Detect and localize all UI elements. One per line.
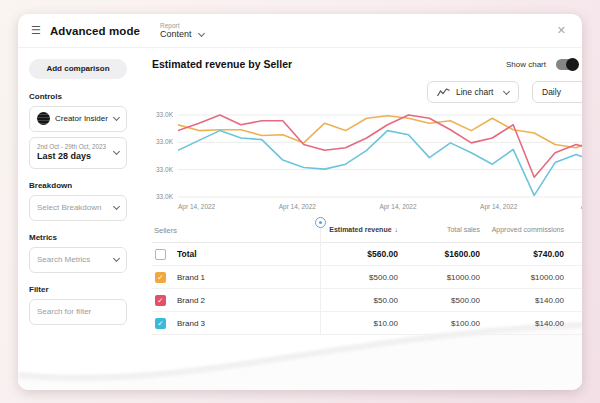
chart-type-value: Line chart bbox=[456, 87, 493, 97]
row-label: Total bbox=[177, 249, 197, 259]
granularity-value: Daily bbox=[542, 87, 561, 97]
column-header-sellers[interactable]: Sellers bbox=[152, 226, 320, 235]
filter-input[interactable]: Search for filter bbox=[29, 299, 127, 325]
y-axis: 33.0K 33.0K 33.0K 33.0K bbox=[152, 107, 178, 203]
sellers-table: Sellers Estimated revenue ↓ Total sales … bbox=[152, 219, 582, 335]
table-header-row: Sellers Estimated revenue ↓ Total sales … bbox=[152, 219, 582, 243]
cell-value: $140.00 bbox=[486, 319, 570, 328]
sort-descending-icon: ↓ bbox=[395, 226, 399, 233]
x-axis: Apr 14, 2022 Apr 14, 2022 Apr 14, 2022 A… bbox=[178, 203, 582, 210]
table-row: ✓ Brand 1 $500.00 $1000.00 $1000.00 bbox=[152, 266, 582, 289]
report-selector[interactable]: Report Content bbox=[160, 22, 204, 39]
cell-value: $10.00 bbox=[320, 319, 404, 328]
chart-type-selector[interactable]: Line chart bbox=[427, 81, 519, 103]
cell-value: $50.00 bbox=[320, 296, 404, 305]
chevron-down-icon bbox=[113, 255, 120, 262]
date-range-value: Last 28 days bbox=[37, 151, 106, 162]
y-axis-label: 33.0K bbox=[156, 193, 173, 200]
cell-value: $140.00 bbox=[486, 296, 570, 305]
revenue-line-chart: 33.0K 33.0K 33.0K 33.0K bbox=[152, 107, 582, 203]
chevron-down-icon bbox=[503, 87, 510, 94]
show-chart-toggle[interactable] bbox=[556, 59, 578, 70]
page-title: Advanced mode bbox=[50, 25, 140, 37]
total-total-sales: $1600.00 bbox=[404, 249, 486, 259]
cell-value: $1000.00 bbox=[404, 273, 486, 282]
panel-header: ☰ Advanced mode Report Content ✕ bbox=[18, 14, 582, 48]
column-resize-icon[interactable] bbox=[315, 217, 326, 228]
account-selector[interactable]: Creator Insider bbox=[29, 106, 127, 132]
cell-value: $100.00 bbox=[404, 319, 486, 328]
advanced-mode-panel: ☰ Advanced mode Report Content ✕ Add com… bbox=[18, 14, 582, 390]
report-value: Content bbox=[160, 29, 192, 39]
chevron-down-icon bbox=[113, 148, 120, 155]
filter-section-label: Filter bbox=[29, 285, 127, 294]
filter-placeholder: Search for filter bbox=[37, 307, 91, 316]
brand2-checkbox[interactable]: ✓ bbox=[155, 295, 166, 306]
cell-value: $1000.00 bbox=[486, 273, 570, 282]
section-title: Estimated revenue by Seller bbox=[152, 58, 292, 70]
toggle-knob bbox=[566, 58, 579, 71]
line-chart-icon bbox=[437, 88, 450, 97]
y-axis-label: 33.0K bbox=[156, 111, 173, 118]
panel-body: Add comparison Controls Creator Insider … bbox=[18, 48, 582, 390]
breakdown-placeholder: Select Breakdown bbox=[37, 203, 101, 212]
metrics-section-label: Metrics bbox=[29, 233, 127, 242]
y-axis-label: 33.0K bbox=[156, 138, 173, 145]
add-comparison-button[interactable]: Add comparison bbox=[29, 59, 127, 79]
show-chart-label: Show chart bbox=[506, 60, 546, 69]
x-axis-label: Apr 14, 2022 bbox=[581, 203, 582, 210]
y-axis-label: 33.0K bbox=[156, 166, 173, 173]
brand1-checkbox[interactable]: ✓ bbox=[155, 272, 166, 283]
breakdown-section-label: Breakdown bbox=[29, 181, 127, 190]
row-label: Brand 3 bbox=[177, 319, 205, 328]
table-row-total: Total $560.00 $1600.00 $740.00 bbox=[152, 243, 582, 266]
breakdown-selector[interactable]: Select Breakdown bbox=[29, 195, 127, 221]
cell-value: $500.00 bbox=[404, 296, 486, 305]
table-row: ✓ Brand 2 $50.00 $500.00 $140.00 bbox=[152, 289, 582, 312]
metrics-placeholder: Search Metrics bbox=[37, 255, 90, 264]
creator-avatar bbox=[37, 112, 50, 125]
brand3-checkbox[interactable]: ✓ bbox=[155, 318, 166, 329]
row-label: Brand 2 bbox=[177, 296, 205, 305]
table-row: ✓ Brand 3 $10.00 $100.00 $140.00 bbox=[152, 312, 582, 335]
account-name: Creator Insider bbox=[55, 114, 108, 123]
column-divider bbox=[320, 219, 321, 335]
cell-value: $500.00 bbox=[320, 273, 404, 282]
controls-section-label: Controls bbox=[29, 92, 127, 101]
report-label: Report bbox=[160, 22, 204, 29]
column-header-approved-commissions[interactable]: Approved commissions bbox=[486, 226, 570, 234]
x-axis-label: Apr 14, 2022 bbox=[279, 203, 316, 210]
close-icon[interactable]: ✕ bbox=[554, 22, 569, 39]
column-header-total-sales[interactable]: Total sales bbox=[404, 226, 486, 234]
total-estimated-revenue: $560.00 bbox=[320, 249, 404, 259]
controls-sidebar: Add comparison Controls Creator Insider … bbox=[18, 48, 136, 390]
chevron-down-icon bbox=[113, 203, 120, 210]
page-background: ☰ Advanced mode Report Content ✕ Add com… bbox=[0, 0, 600, 403]
chevron-down-icon bbox=[198, 29, 205, 36]
date-range-selector[interactable]: 2nd Oct - 29th Oct, 2023 Last 28 days bbox=[29, 137, 127, 169]
x-axis-label: Apr 14, 2022 bbox=[379, 203, 416, 210]
date-range-detail: 2nd Oct - 29th Oct, 2023 bbox=[37, 143, 106, 151]
x-axis-label: Apr 14, 2022 bbox=[178, 203, 215, 210]
x-axis-label: Apr 14, 2022 bbox=[480, 203, 517, 210]
chart-plot-area[interactable] bbox=[178, 107, 582, 203]
column-header-estimated-revenue[interactable]: Estimated revenue ↓ bbox=[320, 226, 404, 234]
row-label: Brand 1 bbox=[177, 273, 205, 282]
menu-icon[interactable]: ☰ bbox=[31, 24, 41, 37]
total-approved-commissions: $740.00 bbox=[486, 249, 570, 259]
metrics-selector[interactable]: Search Metrics bbox=[29, 247, 127, 273]
report-main: Estimated revenue by Seller Show chart bbox=[136, 48, 582, 390]
chevron-down-icon bbox=[113, 114, 120, 121]
granularity-selector[interactable]: Daily bbox=[532, 81, 582, 103]
total-checkbox[interactable] bbox=[155, 249, 166, 260]
